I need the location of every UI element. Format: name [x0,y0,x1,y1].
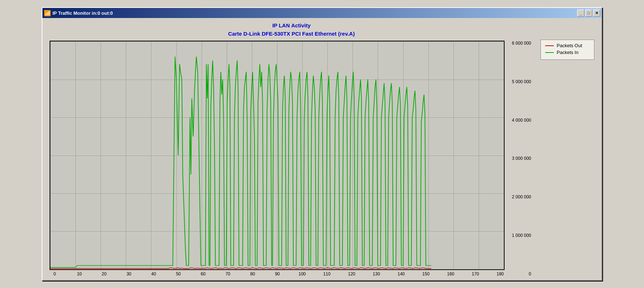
y-axis-label: 2 000 000 [507,194,531,199]
chart-wrapper: 0102030405060708090100110120130140150160… [50,41,533,276]
y-axis-label: 0 [507,271,531,276]
x-axis-label: 170 [471,271,480,276]
y-axis-labels: 6 000 0005 000 0004 000 0003 000 0002 00… [505,41,533,276]
chart-title-line2: Carte D-Link DFE-530TX PCI Fast Ethernet… [50,30,533,38]
x-axis-label: 100 [298,271,307,276]
packets-in-legend-label: Packets In [557,50,579,55]
window-title: IP Traffic Monitor in:0 out:0 [52,10,113,16]
legend-packets-in: Packets In [545,50,590,55]
grid-line-v-18 [504,41,504,269]
chart-plot [50,41,505,270]
y-axis-label: 1 000 000 [507,233,531,238]
x-axis-label: 150 [422,271,430,276]
y-axis-label: 3 000 000 [507,156,531,161]
x-axis-label: 110 [323,271,331,276]
x-axis-labels: 0102030405060708090100110120130140150160… [50,270,505,276]
x-axis-label: 20 [100,271,109,276]
chart-svg [50,41,504,269]
grid-line-h-bottom [50,269,504,270]
x-axis-label: 160 [446,271,455,276]
packets-out-legend-line [545,45,554,46]
maximize-button[interactable]: □ [585,9,592,17]
titlebar[interactable]: 📶 IP Traffic Monitor in:0 out:0 _ □ ✕ [42,8,602,18]
legend-packets-out: Packets Out [545,43,590,48]
main-window: 📶 IP Traffic Monitor in:0 out:0 _ □ ✕ IP… [42,7,602,281]
x-axis-label: 140 [397,271,405,276]
legend-box: Packets Out Packets In [540,40,594,60]
chart-title: IP LAN Activity Carte D-Link DFE-530TX P… [50,22,533,38]
x-axis-label: 50 [174,271,183,276]
x-axis-label: 180 [496,271,505,276]
y-axis-label: 4 000 000 [507,118,531,123]
x-axis-label: 30 [125,271,133,276]
x-axis-label: 10 [75,271,84,276]
minimize-button[interactable]: _ [577,9,584,17]
app-icon: 📶 [44,10,50,16]
titlebar-buttons: _ □ ✕ [577,9,600,17]
x-axis-label: 0 [50,271,59,276]
x-axis-label: 60 [199,271,207,276]
packets-out-line [50,268,431,269]
packets-in-legend-line [545,52,554,53]
titlebar-left: 📶 IP Traffic Monitor in:0 out:0 [44,10,113,16]
chart-title-line1: IP LAN Activity [50,22,533,30]
x-axis-label: 70 [224,271,232,276]
x-axis-label: 120 [348,271,356,276]
packets-out-legend-label: Packets Out [557,43,582,48]
y-axis-label: 6 000 000 [507,41,531,46]
content-area: IP LAN Activity Carte D-Link DFE-530TX P… [42,18,602,280]
x-axis-label: 90 [273,271,282,276]
packets-in-line [50,57,431,267]
close-button[interactable]: ✕ [593,9,600,17]
x-axis-label: 80 [248,271,257,276]
x-axis-label: 40 [150,271,158,276]
y-axis-label: 5 000 000 [507,79,531,84]
x-axis-label: 130 [372,271,381,276]
chart-area: IP LAN Activity Carte D-Link DFE-530TX P… [50,22,533,276]
